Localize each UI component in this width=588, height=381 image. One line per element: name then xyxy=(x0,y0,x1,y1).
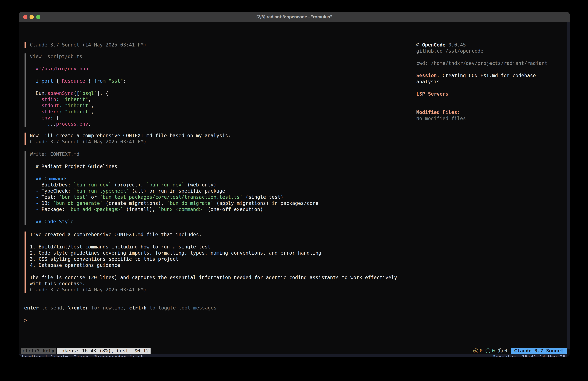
terminal-content: Claude 3.7 Sonnet (14 May 2025 03:41 PM)… xyxy=(19,22,570,357)
text-line xyxy=(416,97,558,103)
terminal-window: [2/3] radiant:3:opencode - "romulus" Cla… xyxy=(19,12,570,357)
text-line: - DB: `bun db generate` (create migratio… xyxy=(30,200,404,206)
message-block-assistant-header: Claude 3.7 Sonnet (14 May 2025 03:41 PM) xyxy=(24,42,415,48)
message-body: I've created a comprehensive CONTEXT.md … xyxy=(26,231,402,293)
text-line xyxy=(30,84,404,90)
text-line: Now I'll create a comprehensive CONTEXT.… xyxy=(30,133,404,139)
text-line xyxy=(30,212,404,219)
warning-count: ⓦ0 xyxy=(473,348,483,354)
message-accent-bar xyxy=(24,42,26,48)
text-line: ...process.env, xyxy=(30,121,404,127)
message-body: Claude 3.7 Sonnet (14 May 2025 03:41 PM) xyxy=(26,42,404,48)
text-line: - Test: `bun test` or `bun test packages… xyxy=(30,194,404,200)
warning-value: 0 xyxy=(480,348,483,354)
text-line: ## Code Style xyxy=(30,219,404,225)
text-line: I've created a comprehensive CONTEXT.md … xyxy=(30,231,402,238)
text-line: github.com/sst/opencode xyxy=(416,48,558,54)
hint-icon: ⓗ xyxy=(498,348,503,354)
text-line: stdin: "inherit", xyxy=(30,96,404,103)
message-block-assistant-note: Now I'll create a comprehensive CONTEXT.… xyxy=(24,133,415,145)
tokens-cost-chip: Tokens: 16.4K (8%), Cost: $0.12 xyxy=(57,348,150,354)
text-line: Claude 3.7 Sonnet (14 May 2025 03:41 PM) xyxy=(30,287,402,293)
text-line: # Radiant Project Guidelines xyxy=(30,163,404,170)
hint-value: 0 xyxy=(504,348,507,354)
text-line xyxy=(30,60,404,66)
prompt-input[interactable]: > xyxy=(24,317,566,323)
message-accent-bar xyxy=(24,231,26,293)
close-button[interactable] xyxy=(23,15,27,19)
text-line: - Build/Dev: `bun run dev` (project), `b… xyxy=(30,182,404,188)
help-chip[interactable]: ctrl+? help xyxy=(21,348,56,354)
text-line: LSP Servers xyxy=(416,91,558,97)
text-line: import { Resource } from "sst"; xyxy=(30,78,404,84)
info-icon: ⓘ xyxy=(485,348,491,354)
message-body: Now I'll create a comprehensive CONTEXT.… xyxy=(26,133,404,145)
text-line: View: script/db.ts xyxy=(30,53,404,60)
text-line xyxy=(416,66,558,72)
tool-accent-bar xyxy=(24,53,26,127)
text-line: stdout: "inherit", xyxy=(30,103,404,109)
scrollbar-track[interactable] xyxy=(567,22,570,349)
text-line xyxy=(30,268,402,274)
tmux-window-list[interactable]: [radiant] 1:nvim 2:zsh- 3:opencode* 4:zs… xyxy=(21,354,144,357)
text-line: 1. Build/lint/test commands including ho… xyxy=(30,244,402,250)
tool-block-write-context-md: Write: CONTEXT.md # Radiant Project Guid… xyxy=(24,151,415,225)
zoom-button[interactable] xyxy=(36,15,40,19)
tool-block-view-db-ts: View: script/db.ts #!/usr/bin/env bun im… xyxy=(24,53,415,127)
text-line: - TypeCheck: `bun run typecheck` (all) o… xyxy=(30,188,404,194)
text-line: stderr: "inherit", xyxy=(30,109,404,115)
model-chip[interactable]: Claude 3.7 Sonnet xyxy=(511,348,567,354)
tool-accent-bar xyxy=(24,151,26,225)
text-line xyxy=(30,238,402,244)
text-line: 2. Code style guidelines covering import… xyxy=(30,250,402,256)
tool-body: Write: CONTEXT.md # Radiant Project Guid… xyxy=(26,151,404,225)
text-line xyxy=(30,170,404,176)
info-value: 0 xyxy=(492,348,495,354)
warning-icon: ⓦ xyxy=(473,348,478,354)
text-line xyxy=(416,103,558,109)
traffic-lights xyxy=(23,12,40,22)
text-line xyxy=(30,72,404,78)
text-line: cwd: /home/thdxr/dev/projects/radiant/ra… xyxy=(416,60,558,66)
text-line: ## Commands xyxy=(30,176,404,182)
text-line: enter to send, \+enter for newline, ctrl… xyxy=(24,305,216,311)
text-line xyxy=(416,54,558,60)
tmux-status-bar: [radiant] 1:nvim 2:zsh- 3:opencode* 4:zs… xyxy=(19,354,567,357)
hint-count: ⓗ0 xyxy=(498,348,507,354)
text-line: #!/usr/bin/env bun xyxy=(30,66,404,72)
text-line: Write: CONTEXT.md xyxy=(30,151,404,157)
text-line: No modified files xyxy=(416,115,558,122)
tmux-host-clock: "romulus" 15:41 14-May-25 xyxy=(493,354,566,357)
status-right: ⓦ0ⓘ0ⓗ0 Claude 3.7 Sonnet xyxy=(470,348,567,354)
text-line: - Package: `bun add <package>` (install)… xyxy=(30,206,404,212)
prompt-symbol: > xyxy=(24,317,27,323)
keybind-hints: enter to send, \+enter for newline, ctrl… xyxy=(24,305,216,311)
text-line: Claude 3.7 Sonnet (14 May 2025 03:41 PM) xyxy=(30,42,404,48)
text-line xyxy=(30,157,404,163)
info-count: ⓘ0 xyxy=(485,348,495,354)
text-line: Bun.spawnSync([`psql`], { xyxy=(30,90,404,96)
text-line: 3. CSS styling conventions specific to t… xyxy=(30,256,402,262)
text-line: The file is concise (20 lines) and captu… xyxy=(30,274,402,287)
input-separator xyxy=(23,314,567,314)
window-title: [2/3] radiant:3:opencode - "romulus" xyxy=(256,14,332,20)
minimize-button[interactable] xyxy=(30,15,34,19)
text-line: Modified Files: xyxy=(416,109,558,115)
message-accent-bar xyxy=(24,133,26,145)
session-sidebar: © OpenCode 0.0.45github.com/sst/opencode… xyxy=(416,42,562,122)
text-line: © OpenCode 0.0.45 xyxy=(416,42,558,48)
text-line xyxy=(416,85,558,91)
text-line: Claude 3.7 Sonnet (14 May 2025 03:41 PM) xyxy=(30,139,404,145)
status-bar: ctrl+? help Tokens: 16.4K (8%), Cost: $0… xyxy=(19,348,567,354)
text-line: Session: Creating CONTEXT.md for codebas… xyxy=(416,72,558,85)
message-block-assistant-summary: I've created a comprehensive CONTEXT.md … xyxy=(24,231,415,293)
diagnostics-counts: ⓦ0ⓘ0ⓗ0 xyxy=(470,348,507,354)
titlebar: [2/3] radiant:3:opencode - "romulus" xyxy=(19,12,570,22)
text-line: env: { xyxy=(30,115,404,121)
text-line: 4. Database operations guidance xyxy=(30,262,402,268)
tool-body: View: script/db.ts #!/usr/bin/env bun im… xyxy=(26,53,404,127)
chat-log: Claude 3.7 Sonnet (14 May 2025 03:41 PM)… xyxy=(24,42,415,293)
